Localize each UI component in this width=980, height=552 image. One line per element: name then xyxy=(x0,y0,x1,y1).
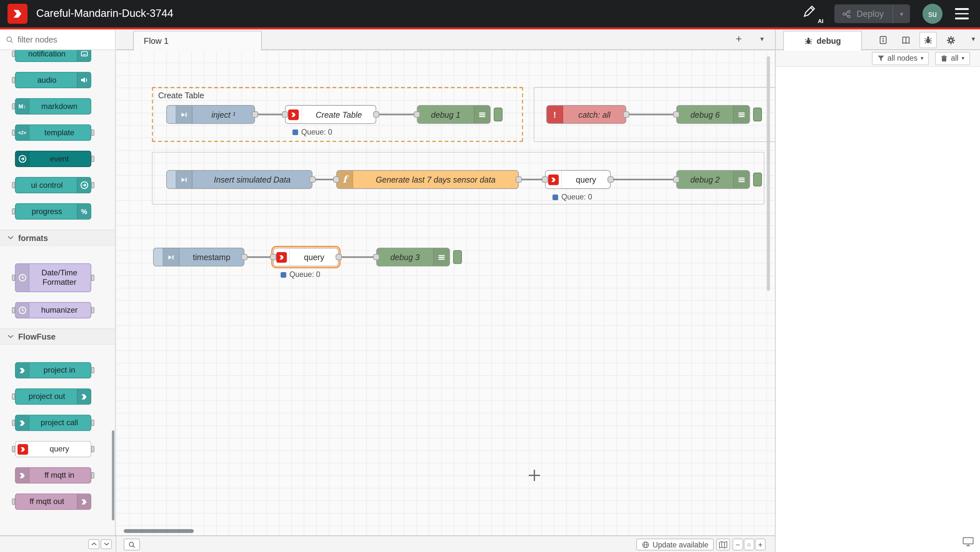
debug-toggle-button[interactable] xyxy=(753,172,762,186)
deploy-options-caret[interactable]: ▾ xyxy=(892,5,910,23)
node-insert-simulated-data[interactable]: Insert simulated Data xyxy=(166,170,312,189)
debug-toggle-button[interactable] xyxy=(453,250,462,264)
port-out[interactable] xyxy=(623,111,629,117)
port-out[interactable] xyxy=(310,176,316,183)
palette-node-humanizer[interactable]: humanizer xyxy=(15,302,91,319)
canvas-vertical-scrollbar[interactable] xyxy=(767,56,770,291)
update-available-button[interactable]: Update available xyxy=(636,539,714,551)
debug-filter-button[interactable]: all nodes ▾ xyxy=(872,51,929,65)
port-in[interactable] xyxy=(373,254,379,260)
palette-node-progress[interactable]: progress % xyxy=(15,203,91,220)
port-in[interactable] xyxy=(673,176,679,183)
canvas-horizontal-scrollbar[interactable] xyxy=(124,529,194,533)
ai-assistant-button[interactable]: AI xyxy=(802,4,822,24)
tab-debug-active[interactable]: debug xyxy=(783,31,862,51)
debug-toggle-button[interactable] xyxy=(753,108,762,121)
palette-node-event[interactable]: event xyxy=(15,151,91,167)
flow-list-caret[interactable]: ▾ xyxy=(760,35,764,43)
zoom-in-button[interactable]: + xyxy=(755,539,766,551)
palette-node-query[interactable]: query xyxy=(15,441,91,457)
debug-clear-button[interactable]: all ▾ xyxy=(935,51,970,65)
palette-section-flowfuse[interactable]: FlowFuse xyxy=(0,329,115,345)
add-flow-button[interactable]: + xyxy=(732,33,745,46)
sidebar-tab-label: debug xyxy=(817,36,841,46)
notification-icon xyxy=(77,50,91,61)
port-out xyxy=(91,446,95,452)
tab-info[interactable] xyxy=(874,32,892,48)
inject-trigger-button[interactable] xyxy=(167,106,176,123)
node-inject-1[interactable]: inject ¹ xyxy=(166,105,255,124)
node-label: Insert simulated Data xyxy=(192,175,312,184)
port-out[interactable] xyxy=(252,111,258,117)
debug-toggle-button[interactable] xyxy=(494,108,503,121)
node-function-generate-sensor-data[interactable]: f Generate last 7 days sensor data xyxy=(336,170,519,189)
port-out[interactable] xyxy=(241,254,247,260)
header: Careful-Mandarin-Duck-3744 AI Deploy ▾ s xyxy=(0,0,980,27)
port-out[interactable] xyxy=(336,254,342,260)
instance-title: Careful-Mandarin-Duck-3744 xyxy=(36,8,173,20)
canvas-search-button[interactable] xyxy=(124,539,140,551)
port-out xyxy=(91,472,95,479)
flow-tab-label: Flow 1 xyxy=(144,36,169,46)
palette-node-markdown[interactable]: M↓ markdown xyxy=(15,98,91,115)
zoom-out-button[interactable]: − xyxy=(732,539,743,551)
inject-trigger-button[interactable] xyxy=(154,249,163,266)
percent-icon: % xyxy=(77,204,91,219)
sidebar-tabs-caret[interactable]: ▾ xyxy=(972,35,975,43)
query-icon xyxy=(16,442,29,457)
user-avatar[interactable]: su xyxy=(923,4,943,24)
palette-scrollbar[interactable] xyxy=(112,431,115,520)
palette-node-project-in[interactable]: project in xyxy=(15,362,91,378)
filter-label: all nodes xyxy=(887,54,918,62)
palette-section-formats[interactable]: formats xyxy=(0,230,115,246)
port-in[interactable] xyxy=(542,176,548,183)
node-debug-2[interactable]: debug 2 xyxy=(676,170,750,189)
palette-node-project-call[interactable]: project call xyxy=(15,415,91,431)
node-catch-all[interactable]: ! catch: all xyxy=(546,105,627,124)
palette-node-notification[interactable]: notification xyxy=(15,50,91,62)
editor-footer: Update available − ○ + xyxy=(0,536,775,552)
debug-messages-panel xyxy=(775,67,980,552)
port-in[interactable] xyxy=(282,111,288,117)
port-out[interactable] xyxy=(608,176,614,183)
port-in[interactable] xyxy=(333,176,339,183)
node-debug-3[interactable]: debug 3 xyxy=(376,248,450,266)
status-text: Queue: 0 xyxy=(561,193,592,201)
node-query-mid[interactable]: query xyxy=(545,170,611,189)
port-out[interactable] xyxy=(515,176,522,183)
flow-canvas[interactable]: Create Table inject ¹ xyxy=(116,50,775,536)
node-debug-1[interactable]: debug 1 xyxy=(417,105,491,124)
palette-node-datetime-formatter[interactable]: Date/Time Formatter xyxy=(15,263,91,292)
main-menu-button[interactable] xyxy=(955,8,969,19)
tab-config[interactable] xyxy=(942,32,959,48)
tab-help[interactable] xyxy=(897,32,915,48)
palette-expand-button[interactable] xyxy=(101,539,112,549)
node-timestamp[interactable]: timestamp xyxy=(153,248,245,266)
palette-node-ui-control[interactable]: ui control xyxy=(15,177,91,193)
palette-node-ff-mqtt-out[interactable]: ff mqtt out xyxy=(15,494,91,510)
open-in-window-button[interactable] xyxy=(963,537,974,549)
port-in[interactable] xyxy=(673,111,679,117)
tab-debug[interactable] xyxy=(920,32,937,48)
status-dot xyxy=(281,272,286,277)
navigator-button[interactable] xyxy=(716,539,730,551)
node-query-selected[interactable]: query xyxy=(273,248,339,266)
search-input[interactable] xyxy=(18,35,99,44)
tab-flow-1[interactable]: Flow 1 xyxy=(133,31,262,51)
palette-node-audio[interactable]: audio xyxy=(15,72,91,88)
palette-node-ff-mqtt-in[interactable]: ff mqtt in xyxy=(15,467,91,483)
port-out[interactable] xyxy=(373,111,379,117)
inject-trigger-button[interactable] xyxy=(167,171,176,188)
node-debug-6[interactable]: debug 6 xyxy=(676,105,750,124)
port-in[interactable] xyxy=(414,111,420,117)
port-in[interactable] xyxy=(270,254,276,260)
deploy-button[interactable]: Deploy ▾ xyxy=(835,5,910,23)
palette-node-template[interactable]: </> template xyxy=(15,124,91,141)
flowfuse-logo[interactable] xyxy=(8,4,27,24)
palette-node-project-out[interactable]: project out xyxy=(15,389,91,405)
zoom-reset-button[interactable]: ○ xyxy=(744,539,754,551)
trash-icon xyxy=(941,55,948,62)
port-in xyxy=(12,307,15,313)
palette-collapse-button[interactable] xyxy=(88,539,100,549)
node-create-table[interactable]: Create Table xyxy=(285,105,376,124)
